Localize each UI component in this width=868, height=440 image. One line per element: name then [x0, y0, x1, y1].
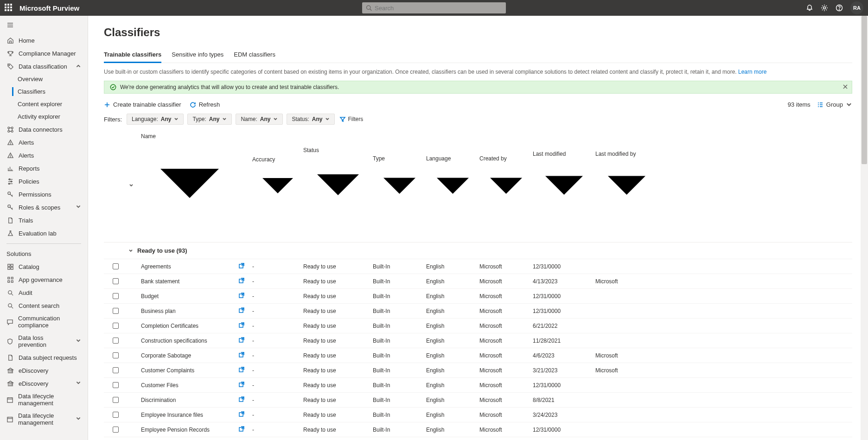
row-checkbox[interactable]	[113, 338, 119, 344]
open-in-new-icon[interactable]	[238, 366, 252, 374]
row-checkbox[interactable]	[113, 427, 119, 433]
open-in-new-icon[interactable]	[238, 277, 252, 285]
open-in-new-icon[interactable]	[238, 396, 252, 404]
open-in-new-icon[interactable]	[238, 411, 252, 419]
global-search[interactable]	[362, 2, 506, 13]
svg-line-36	[11, 293, 13, 295]
table-row[interactable]: Bank statement-Ready to useBuilt-InEngli…	[104, 274, 852, 289]
column-language[interactable]: Language	[426, 155, 479, 217]
row-checkbox[interactable]	[113, 412, 119, 418]
sidebar-item[interactable]: Alerts	[0, 136, 88, 149]
row-checkbox[interactable]	[113, 278, 119, 284]
sidebar-item[interactable]: Compliance Manager	[0, 47, 88, 60]
sidebar-item[interactable]: Data subject requests	[0, 351, 88, 364]
sidebar-item[interactable]: Audit	[0, 286, 88, 299]
sidebar-item[interactable]: Evaluation lab	[0, 227, 88, 240]
sidebar-item[interactable]: Reports	[0, 162, 88, 175]
column-created-by[interactable]: Created by	[479, 155, 533, 217]
cell-type: Built-In	[373, 397, 426, 403]
column-last-modified-by[interactable]: Last modified by	[595, 151, 658, 221]
sidebar-item[interactable]: Data lifecycle management	[0, 390, 88, 409]
tab[interactable]: Trainable classifiers	[104, 47, 161, 63]
sidebar-item[interactable]: Home	[0, 34, 88, 47]
table-row[interactable]: Budget-Ready to useBuilt-InEnglishMicros…	[104, 289, 852, 304]
group-row[interactable]: Ready to use (93)	[104, 242, 852, 259]
open-in-new-icon[interactable]	[238, 337, 252, 344]
sidebar-item[interactable]: Catalog	[0, 260, 88, 273]
open-in-new-icon[interactable]	[238, 322, 252, 330]
scrollbar-thumb[interactable]	[862, 16, 867, 164]
table-row[interactable]: Agreements-Ready to useBuilt-InEnglishMi…	[104, 259, 852, 274]
open-in-new-icon[interactable]	[238, 262, 252, 270]
column-type[interactable]: Type	[373, 155, 426, 217]
app-launcher-icon[interactable]	[5, 4, 13, 12]
scrollbar[interactable]	[861, 16, 868, 440]
table-row[interactable]: Employee Insurance files-Ready to useBui…	[104, 408, 852, 422]
sidebar-item[interactable]: Data loss prevention	[0, 332, 88, 351]
sidebar-item[interactable]: Classifiers	[0, 85, 88, 98]
sidebar-item[interactable]: eDiscovery	[0, 377, 88, 390]
table-row[interactable]: Corporate Sabotage-Ready to useBuilt-InE…	[104, 348, 852, 363]
row-checkbox[interactable]	[113, 308, 119, 314]
row-checkbox[interactable]	[113, 293, 119, 299]
column-status[interactable]: Status	[303, 147, 373, 224]
sidebar-item[interactable]: Content search	[0, 299, 88, 312]
filter-pill[interactable]: Type: Any	[187, 114, 232, 125]
filter-pill[interactable]: Status: Any	[287, 114, 335, 125]
column-last-modified[interactable]: Last modified	[533, 151, 595, 221]
user-avatar[interactable]: RA	[850, 1, 863, 14]
row-checkbox[interactable]	[113, 367, 119, 373]
notifications-icon[interactable]	[806, 4, 813, 12]
sidebar-item-label: Evaluation lab	[19, 230, 57, 237]
search-input[interactable]	[375, 5, 502, 12]
sidebar-item[interactable]: Data lifecycle management	[0, 409, 88, 429]
table-row[interactable]: Construction specifications-Ready to use…	[104, 333, 852, 348]
column-accuracy[interactable]: Accuracy	[252, 156, 303, 215]
sidebar-item[interactable]: Communication compliance	[0, 312, 88, 332]
sidebar-item[interactable]: eDiscovery	[0, 364, 88, 377]
sidebar-item[interactable]: Content explorer	[0, 98, 88, 110]
refresh-button[interactable]: Refresh	[190, 101, 220, 108]
sidebar-item[interactable]: Activity explorer	[0, 110, 88, 123]
group-button[interactable]: Group	[817, 101, 852, 108]
sidebar-item[interactable]: Permissions	[0, 188, 88, 201]
table-row[interactable]: Customer Complaints-Ready to useBuilt-In…	[104, 363, 852, 378]
tab[interactable]: EDM classifiers	[234, 47, 275, 63]
row-checkbox[interactable]	[113, 352, 119, 358]
learn-more-link[interactable]: Learn more	[738, 69, 766, 75]
create-classifier-button[interactable]: Create trainable classifier	[104, 101, 181, 108]
filter-pill[interactable]: Language: Any	[127, 114, 184, 125]
settings-icon[interactable]	[821, 4, 828, 12]
collapse-sidebar-button[interactable]	[0, 18, 88, 34]
sidebar-item[interactable]: Alerts	[0, 149, 88, 162]
sidebar-item[interactable]: Trials	[0, 214, 88, 227]
table-row[interactable]: Discrimination-Ready to useBuilt-InEngli…	[104, 393, 852, 408]
open-in-new-icon[interactable]	[238, 351, 252, 359]
sidebar-item[interactable]: Policies	[0, 175, 88, 188]
row-checkbox[interactable]	[113, 382, 119, 388]
banner-close-button[interactable]	[842, 84, 848, 91]
row-checkbox[interactable]	[113, 323, 119, 329]
open-in-new-icon[interactable]	[238, 307, 252, 315]
filters-button[interactable]: Filters	[339, 116, 363, 122]
help-icon[interactable]	[836, 4, 843, 12]
sidebar-item[interactable]: Overview	[0, 73, 88, 85]
table-row[interactable]: Employee Pension Records-Ready to useBui…	[104, 422, 852, 437]
sidebar-item[interactable]: Roles & scopes	[0, 201, 88, 214]
column-expand[interactable]	[127, 183, 141, 189]
open-in-new-icon[interactable]	[238, 381, 252, 389]
row-checkbox[interactable]	[113, 263, 119, 269]
open-in-new-icon[interactable]	[238, 292, 252, 300]
sidebar-item[interactable]: App governance	[0, 273, 88, 286]
table-row[interactable]: Customer Files-Ready to useBuilt-InEngli…	[104, 378, 852, 393]
open-in-new-icon[interactable]	[238, 426, 252, 434]
sidebar-item[interactable]: Data connectors	[0, 123, 88, 136]
row-checkbox[interactable]	[113, 397, 119, 403]
table-row[interactable]: Business plan-Ready to useBuilt-InEnglis…	[104, 304, 852, 319]
tab[interactable]: Sensitive info types	[172, 47, 223, 63]
sidebar-item[interactable]: Data classification	[0, 60, 88, 73]
table-row[interactable]: Completion Certificates-Ready to useBuil…	[104, 319, 852, 333]
column-name[interactable]: Name	[141, 133, 238, 238]
table-row[interactable]: Employee Stocks and Financial Bond Recor…	[104, 437, 852, 440]
filter-pill[interactable]: Name: Any	[236, 114, 283, 125]
